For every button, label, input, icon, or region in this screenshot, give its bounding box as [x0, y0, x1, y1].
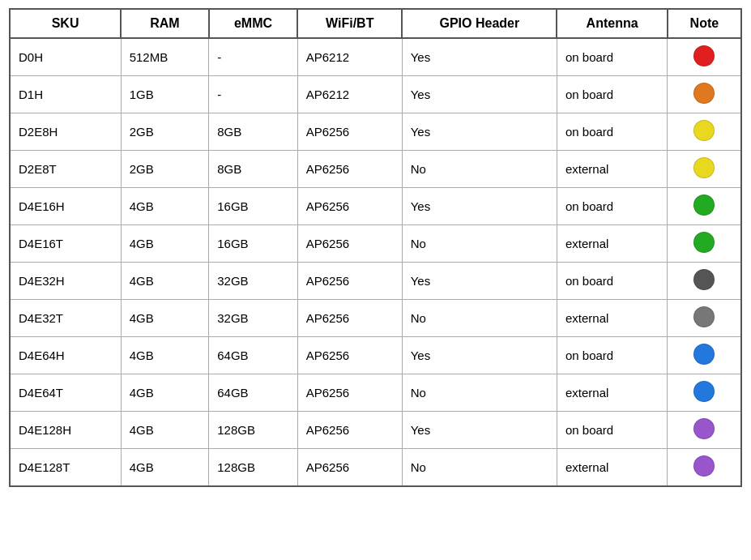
- cell-antenna: on board: [557, 337, 667, 374]
- cell-wifi: AP6212: [297, 38, 402, 76]
- cell-gpio: Yes: [402, 38, 557, 76]
- cell-sku: D4E32H: [10, 263, 121, 300]
- cell-sku: D1H: [10, 76, 121, 113]
- sku-table: SKU RAM eMMC WiFi/BT GPIO Header Antenna…: [9, 8, 742, 487]
- cell-sku: D4E32T: [10, 300, 121, 337]
- cell-gpio: Yes: [402, 113, 557, 151]
- color-dot: [693, 157, 715, 178]
- cell-note: [668, 76, 741, 113]
- cell-ram: 4GB: [121, 337, 209, 374]
- cell-wifi: AP6256: [297, 263, 402, 300]
- cell-wifi: AP6256: [297, 337, 402, 374]
- cell-gpio: No: [402, 449, 557, 487]
- cell-note: [668, 38, 741, 76]
- cell-wifi: AP6256: [297, 151, 402, 188]
- cell-antenna: on board: [557, 412, 667, 449]
- table-row: D4E64H4GB64GBAP6256Yeson board: [10, 337, 741, 374]
- color-dot: [693, 195, 715, 216]
- color-dot: [693, 232, 715, 253]
- col-sku: SKU: [10, 9, 121, 38]
- col-emmc: eMMC: [209, 9, 298, 38]
- cell-emmc: 64GB: [209, 337, 298, 374]
- header-row: SKU RAM eMMC WiFi/BT GPIO Header Antenna…: [10, 9, 741, 38]
- cell-emmc: 128GB: [209, 449, 298, 487]
- cell-note: [668, 300, 741, 337]
- cell-ram: 4GB: [121, 449, 209, 487]
- col-gpio: GPIO Header: [402, 9, 557, 38]
- cell-wifi: AP6212: [297, 76, 402, 113]
- cell-ram: 2GB: [121, 113, 209, 151]
- color-dot: [693, 418, 715, 439]
- cell-ram: 4GB: [121, 300, 209, 337]
- cell-sku: D4E128T: [10, 449, 121, 487]
- cell-antenna: external: [557, 225, 667, 263]
- color-dot: [693, 83, 715, 104]
- cell-note: [668, 449, 741, 487]
- cell-antenna: external: [557, 449, 667, 487]
- cell-antenna: on board: [557, 38, 667, 76]
- cell-ram: 4GB: [121, 263, 209, 300]
- table-row: D4E16H4GB16GBAP6256Yeson board: [10, 188, 741, 225]
- table-row: D4E128T4GB128GBAP6256Noexternal: [10, 449, 741, 487]
- cell-gpio: Yes: [402, 263, 557, 300]
- cell-ram: 4GB: [121, 412, 209, 449]
- color-dot: [693, 455, 715, 477]
- cell-wifi: AP6256: [297, 188, 402, 225]
- cell-emmc: -: [209, 76, 298, 113]
- cell-emmc: -: [209, 38, 298, 76]
- cell-wifi: AP6256: [297, 449, 402, 487]
- table-row: D4E64T4GB64GBAP6256Noexternal: [10, 374, 741, 412]
- cell-antenna: external: [557, 151, 667, 188]
- cell-note: [668, 263, 741, 300]
- cell-gpio: No: [402, 151, 557, 188]
- cell-note: [668, 113, 741, 151]
- cell-note: [668, 374, 741, 412]
- color-dot: [693, 381, 715, 402]
- cell-sku: D4E128H: [10, 412, 121, 449]
- cell-emmc: 32GB: [209, 263, 298, 300]
- table-row: D4E16T4GB16GBAP6256Noexternal: [10, 225, 741, 263]
- cell-gpio: No: [402, 225, 557, 263]
- cell-antenna: on board: [557, 113, 667, 151]
- cell-sku: D2E8H: [10, 113, 121, 151]
- table-row: D2E8T2GB8GBAP6256Noexternal: [10, 151, 741, 188]
- color-dot: [693, 45, 715, 66]
- table-row: D2E8H2GB8GBAP6256Yeson board: [10, 113, 741, 151]
- table-row: D4E32T4GB32GBAP6256Noexternal: [10, 300, 741, 337]
- cell-antenna: on board: [557, 188, 667, 225]
- cell-note: [668, 188, 741, 225]
- table-row: D4E128H4GB128GBAP6256Yeson board: [10, 412, 741, 449]
- cell-gpio: Yes: [402, 188, 557, 225]
- cell-sku: D0H: [10, 38, 121, 76]
- cell-emmc: 128GB: [209, 412, 298, 449]
- cell-emmc: 32GB: [209, 300, 298, 337]
- cell-gpio: No: [402, 300, 557, 337]
- cell-sku: D4E64T: [10, 374, 121, 412]
- cell-gpio: Yes: [402, 412, 557, 449]
- col-ram: RAM: [121, 9, 209, 38]
- cell-emmc: 8GB: [209, 113, 298, 151]
- col-note: Note: [668, 9, 741, 38]
- cell-sku: D2E8T: [10, 151, 121, 188]
- cell-ram: 4GB: [121, 225, 209, 263]
- cell-emmc: 16GB: [209, 188, 298, 225]
- cell-emmc: 16GB: [209, 225, 298, 263]
- cell-ram: 1GB: [121, 76, 209, 113]
- cell-sku: D4E16T: [10, 225, 121, 263]
- cell-emmc: 8GB: [209, 151, 298, 188]
- cell-note: [668, 151, 741, 188]
- cell-ram: 4GB: [121, 374, 209, 412]
- cell-ram: 512MB: [121, 38, 209, 76]
- cell-emmc: 64GB: [209, 374, 298, 412]
- color-dot: [693, 120, 715, 141]
- table-row: D0H512MB-AP6212Yeson board: [10, 38, 741, 76]
- cell-antenna: on board: [557, 76, 667, 113]
- cell-sku: D4E64H: [10, 337, 121, 374]
- cell-note: [668, 337, 741, 374]
- color-dot: [693, 306, 715, 327]
- table-row: D4E32H4GB32GBAP6256Yeson board: [10, 263, 741, 300]
- cell-ram: 4GB: [121, 188, 209, 225]
- cell-sku: D4E16H: [10, 188, 121, 225]
- cell-antenna: external: [557, 374, 667, 412]
- cell-note: [668, 225, 741, 263]
